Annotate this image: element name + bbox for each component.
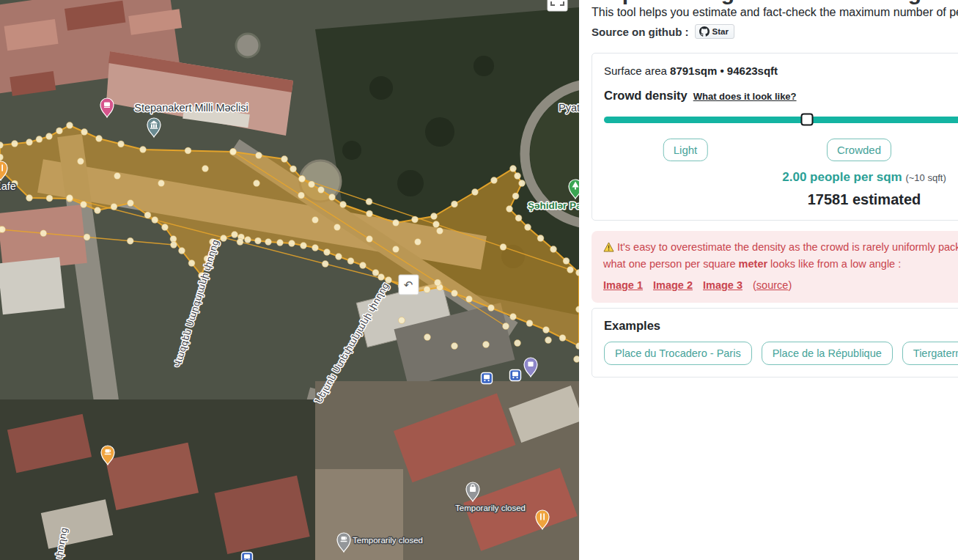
polygon-vertex-handle[interactable] <box>171 242 177 248</box>
polygon-vertex-handle[interactable] <box>329 194 336 201</box>
polygon-vertex-handle[interactable] <box>559 335 566 342</box>
polygon-vertex-handle[interactable] <box>95 207 101 214</box>
bus-stop-icon[interactable] <box>482 373 493 384</box>
polygon-vertex-handle[interactable] <box>488 305 495 312</box>
polygon-vertex-handle[interactable] <box>12 141 18 147</box>
polygon-vertex-handle[interactable] <box>188 260 195 267</box>
polygon-vertex-handle[interactable] <box>237 239 243 246</box>
polygon-vertex-handle[interactable] <box>111 204 117 210</box>
undo-button[interactable]: ↶ <box>399 275 419 295</box>
polygon-vertex-handle[interactable] <box>510 166 517 172</box>
polygon-vertex-handle[interactable] <box>81 129 88 136</box>
polygon-vertex-handle[interactable] <box>298 192 305 199</box>
polygon-vertex-handle[interactable] <box>162 224 169 231</box>
polygon-vertex-handle[interactable] <box>254 180 260 187</box>
polygon-vertex-handle[interactable] <box>46 133 53 140</box>
polygon-vertex-handle[interactable] <box>318 187 325 194</box>
image-1-link[interactable]: Image 1 <box>603 279 643 291</box>
polygon-vertex-handle[interactable] <box>563 258 570 265</box>
polygon-vertex-handle[interactable] <box>452 201 458 207</box>
polygon-vertex-handle[interactable] <box>96 136 103 142</box>
polygon-vertex-handle[interactable] <box>78 158 84 165</box>
polygon-vertex-handle[interactable] <box>510 314 517 320</box>
polygon-vertex-handle[interactable] <box>36 136 43 143</box>
polygon-vertex-handle[interactable] <box>127 237 133 244</box>
github-star-button[interactable]: Star <box>695 24 734 39</box>
polygon-vertex-handle[interactable] <box>452 343 458 350</box>
polygon-vertex-handle[interactable] <box>324 249 331 256</box>
polygon-vertex-handle[interactable] <box>567 267 574 273</box>
polygon-vertex-handle[interactable] <box>281 156 288 163</box>
polygon-vertex-handle[interactable] <box>114 173 121 180</box>
polygon-vertex-handle[interactable] <box>431 213 438 220</box>
polygon-vertex-handle[interactable] <box>185 147 191 154</box>
polygon-vertex-handle[interactable] <box>56 128 63 134</box>
polygon-vertex-handle[interactable] <box>512 193 519 199</box>
polygon-vertex-handle[interactable] <box>277 240 284 246</box>
polygon-vertex-handle[interactable] <box>433 221 440 228</box>
polygon-vertex-handle[interactable] <box>543 327 550 334</box>
polygon-vertex-handle[interactable] <box>515 215 522 221</box>
polygon-vertex-handle[interactable] <box>347 258 354 265</box>
polygon-vertex-handle[interactable] <box>437 228 443 235</box>
polygon-vertex-handle[interactable] <box>0 226 6 233</box>
polygon-vertex-handle[interactable] <box>67 195 73 202</box>
polygon-vertex-handle[interactable] <box>393 220 399 226</box>
example-trocadero-button[interactable]: Place du Trocadero - Paris <box>604 342 752 365</box>
polygon-vertex-handle[interactable] <box>245 237 251 243</box>
polygon-vertex-handle[interactable] <box>525 224 531 231</box>
polygon-vertex-handle[interactable] <box>466 296 473 303</box>
crowded-button[interactable]: Crowded <box>827 139 891 161</box>
polygon-vertex-handle[interactable] <box>179 248 185 254</box>
polygon-vertex-handle[interactable] <box>506 206 513 213</box>
polygon-vertex-handle[interactable] <box>412 216 419 223</box>
polygon-vertex-handle[interactable] <box>366 236 373 243</box>
polygon-vertex-handle[interactable] <box>290 166 297 172</box>
polygon-vertex-handle[interactable] <box>140 147 147 153</box>
polygon-vertex-handle[interactable] <box>26 195 33 202</box>
polygon-vertex-handle[interactable] <box>500 244 506 251</box>
polygon-vertex-handle[interactable] <box>152 217 158 224</box>
polygon-vertex-handle[interactable] <box>255 237 262 244</box>
map[interactable]: Stepanakert Milli MəclisiPyatŞəhidlər Pa… <box>0 0 579 560</box>
polygon-vertex-handle[interactable] <box>415 239 421 246</box>
polygon-vertex-handle[interactable] <box>81 202 87 208</box>
image-3-link[interactable]: Image 3 <box>703 279 743 291</box>
polygon-vertex-handle[interactable] <box>378 274 385 281</box>
polygon-vertex-handle[interactable] <box>435 279 441 286</box>
light-button[interactable]: Light <box>663 139 708 161</box>
polygon-vertex-handle[interactable] <box>537 235 544 242</box>
polygon-vertex-handle[interactable] <box>424 334 431 341</box>
polygon-vertex-handle[interactable] <box>503 323 509 330</box>
polygon-vertex-handle[interactable] <box>336 254 342 260</box>
polygon-vertex-handle[interactable] <box>424 287 430 293</box>
image-2-link[interactable]: Image 2 <box>653 279 693 291</box>
density-slider[interactable] <box>604 114 958 125</box>
polygon-vertex-handle[interactable] <box>519 180 526 187</box>
polygon-vertex-handle[interactable] <box>309 181 315 188</box>
polygon-vertex-handle[interactable] <box>230 149 237 155</box>
polygon-vertex-handle[interactable] <box>515 340 521 347</box>
polygon-vertex-handle[interactable] <box>550 246 557 253</box>
bus-stop-icon[interactable] <box>242 553 253 560</box>
polygon-vertex-handle[interactable] <box>491 177 498 184</box>
polygon-vertex-handle[interactable] <box>26 139 33 146</box>
polygon-vertex-handle[interactable] <box>221 235 227 242</box>
polygon-vertex-handle[interactable] <box>118 141 125 147</box>
polygon-vertex-handle[interactable] <box>372 270 379 276</box>
polygon-vertex-handle[interactable] <box>472 189 479 196</box>
polygon-vertex-handle[interactable] <box>483 342 490 348</box>
fullscreen-button[interactable] <box>548 0 567 11</box>
polygon-vertex-handle[interactable] <box>46 195 53 202</box>
polygon-vertex-handle[interactable] <box>545 337 552 344</box>
polygon-vertex-handle[interactable] <box>299 176 306 183</box>
source-link[interactable]: source <box>756 279 789 291</box>
polygon-vertex-handle[interactable] <box>40 230 47 237</box>
slider-track[interactable] <box>604 117 958 123</box>
polygon-vertex-handle[interactable] <box>515 173 521 180</box>
polygon-vertex-handle[interactable] <box>301 243 307 249</box>
bus-stop-icon[interactable] <box>510 370 521 381</box>
polygon-vertex-handle[interactable] <box>84 234 90 240</box>
polygon-vertex-handle[interactable] <box>366 199 372 205</box>
polygon-vertex-handle[interactable] <box>144 212 151 218</box>
